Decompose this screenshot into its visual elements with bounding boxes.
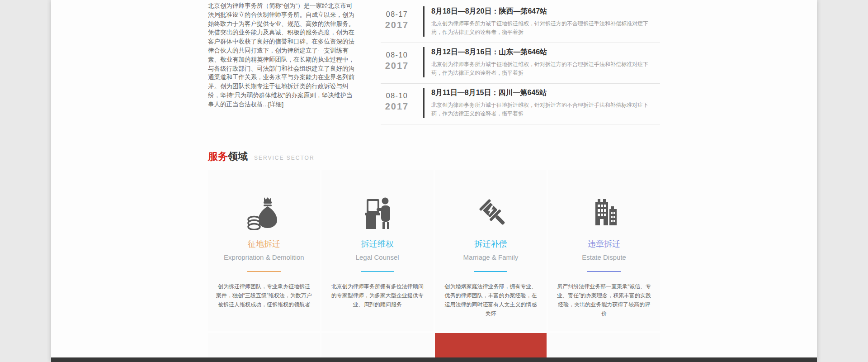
read-more-link[interactable]: [详细] bbox=[268, 101, 284, 108]
service-description: 创为婚姻家庭法律业务部，拥有专业、优秀的律师团队，丰富的办案经验，在运用法律的同… bbox=[435, 282, 547, 318]
news-date-monthday: 08-17 bbox=[381, 10, 413, 19]
news-date: 08-17 2017 bbox=[381, 6, 413, 37]
news-date: 08-10 2017 bbox=[381, 47, 413, 77]
news-date-year: 2017 bbox=[381, 101, 413, 112]
service-title-en: Legal Counsel bbox=[321, 253, 434, 261]
section-subtitle: SERVICE SECTOR bbox=[254, 155, 315, 161]
news-item[interactable]: 08-17 2017 8月18日—8月20日：陕西—第647站 北京创为律师事务… bbox=[381, 2, 660, 43]
money-bag-icon bbox=[208, 192, 320, 231]
service-description: 房产纠纷法律业务部一直秉承“诚信、专业、责任”的办案理念，积累丰富的实践经验，突… bbox=[548, 282, 660, 318]
news-item[interactable]: 08-10 2017 8月12日—8月16日：山东—第646站 北京创为律师事务… bbox=[381, 43, 660, 84]
news-title[interactable]: 8月18日—8月20日：陕西—第647站 bbox=[431, 7, 655, 16]
service-description: 创为拆迁律师团队，专业承办征地拆迁案件，独创“三段五级”维权法，为数万户被拆迁人… bbox=[208, 282, 320, 309]
service-underline bbox=[587, 271, 621, 272]
news-date-monthday: 08-10 bbox=[381, 92, 413, 100]
legal-counsel-icon bbox=[321, 192, 434, 231]
news-list: 08-17 2017 8月18日—8月20日：陕西—第647站 北京创为律师事务… bbox=[381, 1, 660, 124]
top-section: 北京创为律师事务所（简称“创为”）是一家经北京市司法局批准设立的合伙制律师事务所… bbox=[208, 0, 660, 124]
service-title-en: Estate Dispute bbox=[548, 253, 660, 261]
service-card-illegal-demolition[interactable]: 违章拆迁 Estate Dispute 房产纠纷法律业务部一直秉承“诚信、专业、… bbox=[548, 170, 660, 331]
service-title-en: Expropriation & Demolition bbox=[208, 253, 320, 261]
news-title[interactable]: 8月11日—8月15日：四川—第645站 bbox=[431, 88, 655, 98]
news-desc: 北京创为律师事务所力诚于征地拆迁维权，针对拆迁方的不合理拆迁手法和补偿标准对症下… bbox=[431, 19, 655, 37]
service-section-heading: 服务领域SERVICE SECTOR bbox=[208, 150, 660, 163]
news-item[interactable]: 08-10 2017 8月11日—8月15日：四川—第645站 北京创为律师事务… bbox=[381, 84, 660, 124]
gavel-icon bbox=[435, 192, 547, 231]
service-description: 北京创为律师事务所拥有多位法律顾问的专家型律师，为多家大型企业提供专业、周到的顾… bbox=[321, 282, 434, 309]
service-underline bbox=[247, 271, 281, 272]
news-desc: 北京创为律师事务所力诚于征地拆迁维权，针对拆迁方的不合理拆迁手法和补偿标准对症下… bbox=[431, 101, 655, 118]
page: 北京创为律师事务所（简称“创为”）是一家经北京市司法局批准设立的合伙制律师事务所… bbox=[51, 0, 817, 362]
news-date-year: 2017 bbox=[381, 61, 413, 71]
news-title[interactable]: 8月12日—8月16日：山东—第646站 bbox=[431, 48, 655, 57]
service-cards-row1: 征地拆迁 Expropriation & Demolition 创为拆迁律师团队… bbox=[208, 170, 660, 331]
section-title: 领域 bbox=[228, 151, 248, 162]
about-firm-text: 北京创为律师事务所（简称“创为”）是一家经北京市司法局批准设立的合伙制律师事务所… bbox=[208, 1, 358, 124]
footer-bar bbox=[51, 357, 817, 362]
news-date-year: 2017 bbox=[381, 20, 413, 30]
buildings-icon bbox=[548, 192, 660, 231]
service-card-expropriation[interactable]: 征地拆迁 Expropriation & Demolition 创为拆迁律师团队… bbox=[208, 170, 320, 331]
section-title-red: 服务 bbox=[208, 151, 228, 162]
service-underline bbox=[361, 271, 394, 272]
service-underline bbox=[474, 271, 507, 272]
service-card-legal-counsel[interactable]: 拆迁维权 Legal Counsel 北京创为律师事务所拥有多位法律顾问的专家型… bbox=[321, 170, 434, 331]
news-date: 08-10 2017 bbox=[381, 88, 413, 118]
service-title-zh: 拆迁维权 bbox=[321, 238, 434, 249]
service-title-zh: 违章拆迁 bbox=[548, 238, 660, 249]
service-card-compensation[interactable]: 拆迁补偿 Marriage & Family 创为婚姻家庭法律业务部，拥有专业、… bbox=[435, 170, 547, 331]
service-title-zh: 征地拆迁 bbox=[208, 238, 320, 249]
news-desc: 北京创为律师事务所力诚于征地拆迁维权，针对拆迁方的不合理拆迁手法和补偿标准对症下… bbox=[431, 60, 655, 77]
service-title-en: Marriage & Family bbox=[435, 253, 547, 261]
about-paragraph: 北京创为律师事务所（简称“创为”）是一家经北京市司法局批准设立的合伙制律师事务所… bbox=[208, 2, 354, 108]
news-date-monthday: 08-10 bbox=[381, 51, 413, 59]
service-title-zh: 拆迁补偿 bbox=[435, 238, 547, 249]
